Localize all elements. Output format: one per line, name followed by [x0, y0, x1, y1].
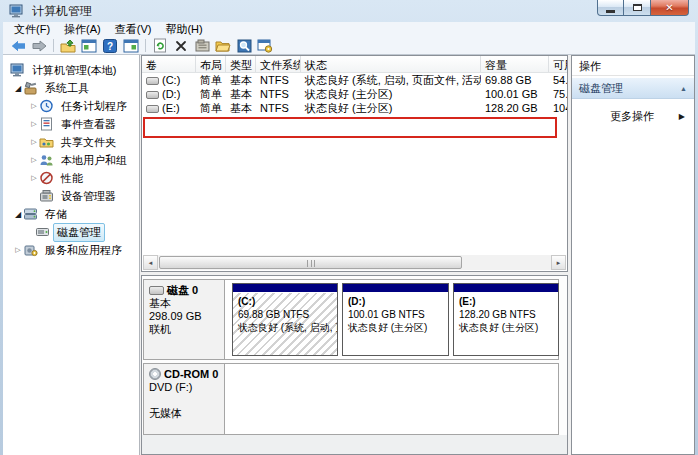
back-button[interactable] [8, 37, 28, 54]
tree-item-task-scheduler[interactable]: ▷ 任务计划程序 [3, 97, 139, 115]
forward-icon [32, 40, 47, 52]
tree-item-computer-management[interactable]: 计算机管理(本地) [3, 61, 139, 79]
services-icon [23, 243, 38, 257]
menu-help[interactable]: 帮助(H) [158, 21, 209, 38]
expander-open-icon[interactable]: ◢ [13, 210, 23, 219]
properties-icon [195, 39, 210, 52]
column-header-volume[interactable]: 卷 [142, 56, 196, 72]
volume-row-d[interactable]: (D:) 简单 基本 NTFS 状态良好 (主分区) 100.01 GB 75.… [142, 87, 567, 101]
cd-disc-icon [149, 368, 161, 380]
partition-size: 69.88 GB NTFS [238, 308, 332, 321]
open-folder-button[interactable] [213, 37, 233, 54]
tree-item-system-tools[interactable]: ◢ 系统工具 [3, 79, 139, 97]
storage-icon [23, 207, 38, 221]
tree-item-services-applications[interactable]: ▷ 服务和应用程序 [3, 241, 139, 259]
hard-disk-icon [149, 286, 164, 295]
cdrom-0-label[interactable]: CD-ROM 0 DVD (F:) 无媒体 [144, 364, 225, 434]
partition-size: 100.01 GB NTFS [348, 308, 443, 321]
tree-item-label: 任务计划程序 [57, 97, 131, 116]
expander-icon[interactable]: ▷ [13, 246, 23, 254]
search-icon [237, 39, 252, 53]
forward-button[interactable] [29, 37, 49, 54]
expander-icon[interactable]: ▷ [29, 174, 39, 182]
tree-item-local-users-groups[interactable]: ▷ 本地用户和组 [3, 151, 139, 169]
tree-item-device-manager[interactable]: 设备管理器 [3, 187, 139, 205]
window-controls: ✕ [597, 0, 689, 16]
folder-up-button[interactable] [58, 37, 78, 54]
toolbar-separator [53, 39, 54, 52]
disk-size: 298.09 GB [149, 310, 219, 323]
partition-d[interactable]: (D:) 100.01 GB NTFS 状态良好 (主分区) [342, 283, 449, 356]
volume-fs: NTFS [256, 73, 301, 87]
help-button[interactable]: ? [100, 37, 120, 54]
tree-item-performance[interactable]: ▷ 性能 [3, 169, 139, 187]
partition-type-bar [343, 284, 448, 293]
expander-icon[interactable]: ▷ [29, 156, 39, 164]
event-viewer-icon [39, 117, 54, 131]
back-icon [11, 40, 26, 52]
column-header-capacity[interactable]: 容量 [481, 56, 549, 72]
close-button[interactable]: ✕ [651, 0, 689, 16]
column-header-type[interactable]: 类型 [226, 56, 256, 72]
tree-item-label: 事件查看器 [57, 115, 120, 134]
tree-item-shared-folders[interactable]: ▷ 共享文件夹 [3, 133, 139, 151]
expander-open-icon[interactable]: ◢ [13, 84, 23, 93]
partition-c[interactable]: (C:) 69.88 GB NTFS 状态良好 (系统, 启动, 页 [232, 283, 338, 356]
title-bar: 计算机管理 [0, 0, 698, 22]
expander-icon[interactable]: ▷ [29, 120, 39, 128]
volume-row-c[interactable]: (C:) 简单 基本 NTFS 状态良好 (系统, 启动, 页面文件, 活动, … [142, 73, 567, 87]
column-header-status[interactable]: 状态 [301, 56, 481, 72]
action-pane-button[interactable] [121, 37, 141, 54]
search-button[interactable] [234, 37, 254, 54]
collapse-arrow-icon[interactable]: ▲ [680, 85, 687, 92]
minimize-button[interactable] [597, 0, 624, 16]
maximize-button[interactable] [624, 0, 651, 16]
console-options-button[interactable] [255, 37, 275, 54]
volume-row-e[interactable]: (E:) 简单 基本 NTFS 状态良好 (主分区) 128.20 GB 104… [142, 101, 567, 115]
svg-text:?: ? [107, 41, 113, 52]
menu-action[interactable]: 操作(A) [57, 21, 108, 38]
delete-button[interactable] [171, 37, 191, 54]
volume-capacity: 128.20 GB [481, 101, 549, 115]
scroll-right-arrow[interactable]: ► [551, 255, 566, 270]
tree-item-event-viewer[interactable]: ▷ 事件查看器 [3, 115, 139, 133]
volume-fs: NTFS [256, 101, 301, 115]
scrollbar-thumb[interactable] [159, 256, 462, 269]
expander-icon[interactable]: ▷ [29, 138, 39, 146]
disk-0-label[interactable]: 磁盘 0 基本 298.09 GB 联机 [144, 280, 225, 359]
refresh-icon [153, 38, 167, 53]
scroll-left-arrow[interactable]: ◄ [143, 255, 158, 270]
properties-button[interactable] [192, 37, 212, 54]
volume-name: (E:) [162, 102, 180, 114]
column-header-filesystem[interactable]: 文件系统 [256, 56, 301, 72]
toolbar-separator [145, 39, 146, 52]
actions-section-label: 磁盘管理 [579, 81, 623, 96]
more-actions-item[interactable]: 更多操作 ▶ [572, 107, 694, 125]
partition-e[interactable]: (E:) 128.20 GB NTFS 状态良好 (主分区) [453, 283, 559, 356]
folder-up-icon [60, 39, 76, 53]
volume-free: 104. [549, 101, 568, 115]
refresh-button[interactable] [150, 37, 170, 54]
console-options-icon [257, 39, 273, 53]
drive-icon [146, 91, 159, 99]
volume-status: 状态良好 (系统, 启动, 页面文件, 活动, 故障转储, 主分区) [301, 73, 481, 87]
horizontal-scrollbar[interactable]: ◄ ► [143, 255, 566, 270]
disk-management-icon [35, 225, 50, 239]
menu-file[interactable]: 文件(F) [7, 21, 57, 38]
volume-status: 状态良好 (主分区) [301, 87, 481, 101]
column-header-layout[interactable]: 布局 [196, 56, 226, 72]
actions-section-disk-management[interactable]: 磁盘管理 ▲ [572, 78, 694, 99]
volume-type: 基本 [226, 101, 256, 115]
partition-status: 状态良好 (主分区) [348, 321, 443, 334]
column-header-free[interactable]: 可用 [549, 56, 568, 72]
console-tree-button[interactable] [79, 37, 99, 54]
expander-icon[interactable]: ▷ [29, 102, 39, 110]
volume-type: 基本 [226, 87, 256, 101]
volume-layout: 简单 [196, 101, 226, 115]
performance-icon [39, 171, 54, 185]
tree-item-disk-management[interactable]: 磁盘管理 [3, 223, 139, 241]
console-tree: 计算机管理(本地) ◢ 系统工具 ▷ 任务计划程序 ▷ 事件查看器 ▷ 共享文件… [3, 55, 140, 455]
console-tree-icon [81, 39, 97, 53]
tree-item-storage[interactable]: ◢ 存储 [3, 205, 139, 223]
menu-view[interactable]: 查看(V) [108, 21, 159, 38]
